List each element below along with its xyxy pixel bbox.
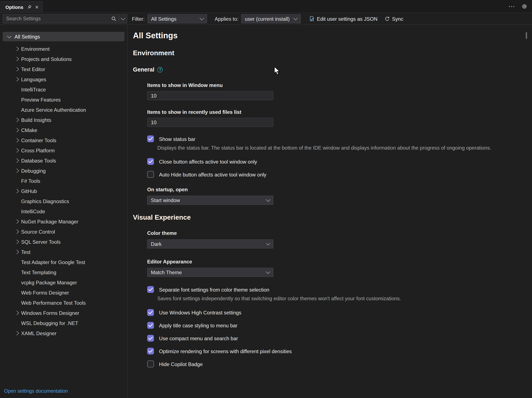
sidebar-item[interactable]: CMake	[0, 125, 127, 135]
color-theme-select-value: Dark	[151, 241, 162, 247]
compact-menu-row[interactable]: Use compact menu and search bar	[147, 335, 532, 341]
show-status-bar-label: Show status bar	[159, 136, 195, 141]
separate-font-description: Saves font settings independently so tha…	[157, 295, 502, 301]
sidebar-item-label: XAML Designer	[21, 330, 57, 336]
tab-title: Options	[6, 4, 24, 10]
close-button-row[interactable]: Close button affects active tool window …	[147, 158, 532, 165]
separate-font-checkbox[interactable]	[147, 286, 154, 293]
more-options-icon[interactable]: ⋯	[508, 3, 515, 9]
title-case-row[interactable]: Apply title case styling to menu bar	[147, 322, 532, 329]
sidebar-item[interactable]: Graphics Diagnostics	[0, 196, 127, 206]
show-status-bar-row[interactable]: Show status bar	[147, 135, 532, 142]
sidebar-root-label: All Settings	[15, 34, 40, 39]
hide-copilot-checkbox[interactable]	[147, 360, 154, 367]
sidebar-item[interactable]: Text Templating	[0, 267, 127, 277]
hide-copilot-row[interactable]: Hide Copilot Badge	[147, 360, 532, 367]
chevron-right-icon	[15, 230, 19, 234]
sidebar-item[interactable]: Projects and Solutions	[0, 54, 127, 64]
gear-icon[interactable]	[521, 4, 527, 9]
startup-select[interactable]: Start window	[147, 196, 273, 205]
sidebar-item[interactable]: Web Performance Test Tools	[0, 297, 127, 308]
sidebar-item-label: IntelliCode	[21, 208, 45, 214]
show-status-bar-checkbox[interactable]	[147, 135, 154, 142]
edit-json-button[interactable]: Edit user settings as JSON	[309, 16, 378, 21]
sidebar-item[interactable]: Database Tools	[0, 155, 127, 166]
divider	[119, 16, 119, 21]
color-theme-select[interactable]: Dark	[147, 239, 273, 248]
startup-select-value: Start window	[151, 197, 180, 203]
chevron-right-icon	[15, 169, 19, 173]
sidebar-item[interactable]: Debugging	[0, 166, 127, 176]
close-button-checkbox[interactable]	[147, 158, 154, 165]
sidebar-item[interactable]: F# Tools	[0, 176, 127, 186]
editor-appearance-select[interactable]: Match Theme	[147, 268, 273, 277]
chevron-right-icon	[15, 138, 19, 142]
auto-hide-checkbox[interactable]	[147, 171, 154, 178]
high-contrast-row[interactable]: Use Windows High Contrast settings	[147, 309, 532, 316]
sidebar-item[interactable]: NuGet Package Manager	[0, 216, 127, 226]
sidebar-item[interactable]: Test Adapter for Google Test	[0, 257, 127, 267]
sidebar-item[interactable]: Languages	[0, 74, 127, 84]
sidebar-item[interactable]: Test	[0, 247, 127, 257]
sidebar-item[interactable]: GitHub	[0, 186, 127, 196]
tab-options[interactable]: Options ×	[1, 1, 43, 13]
pin-icon[interactable]	[27, 5, 32, 9]
high-contrast-checkbox[interactable]	[147, 309, 154, 316]
close-button-label: Close button affects active tool window …	[159, 159, 257, 164]
filter-select[interactable]: All Settings	[147, 14, 207, 23]
search-icon[interactable]	[111, 16, 116, 21]
sidebar-item-label: GitHub	[21, 188, 37, 194]
sync-button[interactable]: Sync	[385, 16, 403, 21]
window-actions: ⋯	[508, 3, 532, 9]
chevron-down-icon	[7, 34, 11, 38]
recent-files-input[interactable]	[147, 118, 273, 127]
sidebar-item[interactable]: Container Tools	[0, 135, 127, 145]
separate-font-row[interactable]: Separate font settings from color theme …	[147, 286, 532, 293]
settings-content: All Settings Environment General ? Items…	[127, 25, 532, 398]
open-settings-documentation-link[interactable]: Open settings documentation	[4, 388, 68, 394]
sidebar-item[interactable]: WSL Debugging for .NET	[0, 318, 127, 328]
help-icon[interactable]: ?	[158, 67, 163, 73]
chevron-down-icon	[293, 16, 298, 20]
sidebar-item-all-settings[interactable]: All Settings	[3, 32, 125, 41]
chevron-down-icon[interactable]	[121, 16, 125, 20]
search-input[interactable]	[3, 16, 111, 21]
applies-to-select[interactable]: user (current install)	[241, 14, 301, 23]
sidebar-item[interactable]: Text Editor	[0, 64, 127, 74]
sidebar-item[interactable]: Cross Platform	[0, 145, 127, 155]
close-icon[interactable]: ×	[35, 4, 38, 10]
vertical-scrollbar-thumb[interactable]	[526, 32, 527, 39]
sidebar-item[interactable]: vcpkg Package Manager	[0, 277, 127, 287]
auto-hide-row[interactable]: Auto Hide button affects active tool win…	[147, 171, 532, 178]
sidebar-item[interactable]: Web Forms Designer	[0, 287, 127, 297]
sidebar-item-label: Test Adapter for Google Test	[21, 259, 85, 265]
sidebar-item[interactable]: Environment	[0, 44, 127, 54]
color-theme-label: Color theme	[147, 230, 532, 236]
sidebar-item-label: Projects and Solutions	[21, 56, 72, 62]
sidebar-item-label: Test	[21, 249, 31, 255]
sidebar-item[interactable]: Source Control	[0, 226, 127, 237]
sidebar-item[interactable]: Preview Features	[0, 94, 127, 104]
sidebar-item[interactable]: IntelliTrace	[0, 84, 127, 94]
sidebar-item-label: Windows Forms Designer	[21, 310, 79, 316]
optimize-rendering-checkbox[interactable]	[147, 348, 154, 354]
compact-menu-checkbox[interactable]	[147, 335, 154, 341]
sidebar-item-label: Database Tools	[21, 158, 56, 163]
applies-to-select-value: user (current install)	[245, 16, 290, 21]
sidebar-item[interactable]: SQL Server Tools	[0, 237, 127, 247]
hide-copilot-label: Hide Copilot Badge	[159, 361, 203, 367]
group-general: General ?	[133, 66, 532, 73]
search-box[interactable]	[3, 14, 127, 23]
compact-menu-label: Use compact menu and search bar	[159, 335, 238, 341]
sidebar-item[interactable]: Windows Forms Designer	[0, 308, 127, 318]
window-menu-items-input[interactable]	[147, 91, 273, 100]
sidebar-item[interactable]: XAML Designer	[0, 328, 127, 338]
sidebar-item-label: Graphics Diagnostics	[21, 198, 69, 204]
sidebar-item[interactable]: Build Insights	[0, 115, 127, 125]
sidebar-item[interactable]: Azure Service Authentication	[0, 104, 127, 115]
optimize-rendering-row[interactable]: Optimize rendering for screens with diff…	[147, 348, 532, 354]
title-case-checkbox[interactable]	[147, 322, 154, 329]
sidebar-item-label: vcpkg Package Manager	[21, 280, 77, 285]
sidebar-item[interactable]: IntelliCode	[0, 206, 127, 216]
high-contrast-label: Use Windows High Contrast settings	[159, 309, 241, 315]
